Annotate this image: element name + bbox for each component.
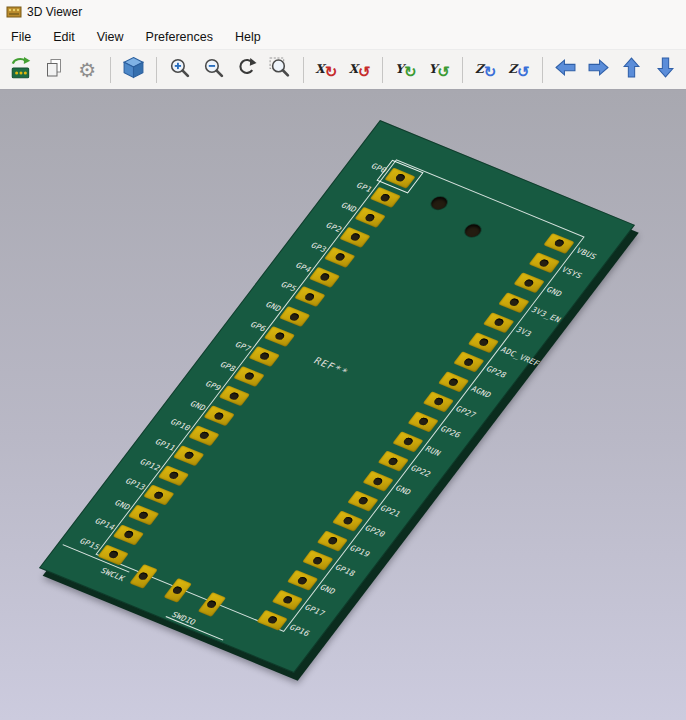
pad-hole [213,411,225,420]
redraw-icon [235,56,258,83]
pad-hole [553,238,565,247]
pad-hole [288,312,300,321]
rotate-y-cw-button[interactable]: Y↻ [391,55,420,85]
pin-label: GND [169,392,208,413]
menu-preferences[interactable]: Preferences [135,26,224,48]
toolbar-separator [156,57,157,83]
menubar: File Edit View Preferences Help [0,24,686,50]
pad-hole [523,278,535,287]
zoom-in-button[interactable] [165,55,194,85]
pin-label: GP12 [124,451,163,472]
pin-label: RUN [424,444,443,457]
pin-label: GND [244,292,283,313]
pad-hole [198,431,210,440]
pad-hole [334,252,346,261]
pad-hole [402,437,414,446]
pin-label: GND [393,484,412,497]
rotate-z-ccw-button[interactable]: Z↺ [504,55,533,85]
pad-hole [493,318,505,327]
menu-file[interactable]: File [0,26,42,48]
pad-hole [243,371,255,380]
pad-hole [417,417,429,426]
pad-hole [463,357,475,366]
zoom-to-fit-button[interactable] [265,55,294,85]
pin-label: GND [544,286,563,299]
pin-label: GP8 [199,352,238,373]
pad-hole [228,391,240,400]
pin-label: GP22 [409,464,433,479]
arrow-up-icon [621,57,642,82]
pad-hole [387,457,399,466]
move-right-button[interactable] [584,55,613,85]
menu-view[interactable]: View [86,26,135,48]
reload-board-button[interactable] [6,55,35,85]
pad-hole [432,397,444,406]
zoom-in-icon [168,56,191,83]
pad-hole [183,451,195,460]
pin-label: GND [318,583,337,596]
copy-icon [43,57,65,83]
pad-hole [342,516,354,525]
rotate-x-ccw-icon: X↺ [349,62,371,77]
pin-label: GP0 [350,154,389,175]
pin-label: AGND [469,385,493,400]
titlebar: 3D Viewer [0,0,686,24]
pad-hole [205,600,217,609]
rotate-z-cw-button[interactable]: Z↻ [471,55,500,85]
pin-label: GP7 [214,332,253,353]
pad-hole [296,576,308,585]
pin-label: GP14 [78,511,117,532]
pcb-board: REF** SWCLK SWDIO GP0GP1GNDGP2GP3GP4GP5G… [39,120,635,673]
rotate-x-cw-icon: X↻ [315,62,337,77]
pad-hole [171,586,183,595]
toolbar: ⚙ [0,50,686,90]
pin-label: GP19 [348,544,372,559]
move-down-button[interactable] [651,55,680,85]
gear-icon: ⚙ [78,60,96,80]
pad-hole [319,272,331,281]
pin-label: GP3 [290,233,329,254]
window-title: 3D Viewer [27,5,82,19]
move-left-button[interactable] [551,55,580,85]
pin-label: GP10 [154,411,193,432]
pad-hole [273,332,285,341]
menu-edit[interactable]: Edit [42,26,86,48]
rotate-y-ccw-button[interactable]: Y↺ [425,55,454,85]
pin-label: GP9 [184,372,223,393]
pin-label: GP4 [275,253,314,274]
rotate-z-cw-icon: Z↻ [475,62,496,77]
zoom-out-button[interactable] [199,55,228,85]
app-icon [6,4,22,20]
render-view-button[interactable] [119,55,148,85]
render-options-button[interactable]: ⚙ [73,55,102,85]
move-up-button[interactable] [617,55,646,85]
pad-hole [478,338,490,347]
zoom-out-icon [202,56,225,83]
arrow-left-icon [555,57,576,82]
menu-help[interactable]: Help [224,26,272,48]
pin-label: 3V3_EN [529,305,562,324]
pin-label: GP6 [229,312,268,333]
pad-hole [372,476,384,485]
viewport-3d[interactable]: REF** SWCLK SWDIO GP0GP1GNDGP2GP3GP4GP5G… [0,90,686,720]
rotate-y-cw-icon: Y↻ [395,62,416,77]
redraw-button[interactable] [232,55,261,85]
copy-image-button[interactable] [39,55,68,85]
rotate-x-cw-button[interactable]: X↻ [312,55,341,85]
pin-label: VBUS [575,246,599,261]
pad-hole [379,193,391,202]
pad-hole [281,595,293,604]
pin-label: GND [320,193,359,214]
arrow-down-icon [655,57,676,82]
pin-label: 3V3 [514,325,533,338]
pad-hole [538,258,550,267]
pin-label: GP1 [335,173,374,194]
rotate-x-ccw-button[interactable]: X↺ [345,55,374,85]
rotate-z-ccw-icon: Z↺ [508,62,529,77]
pin-label: GP11 [139,431,178,452]
pad-hole [447,377,459,386]
pad-hole [168,471,180,480]
pad-hole [122,530,134,539]
pad-hole [394,173,406,182]
pad-hole [357,496,369,505]
